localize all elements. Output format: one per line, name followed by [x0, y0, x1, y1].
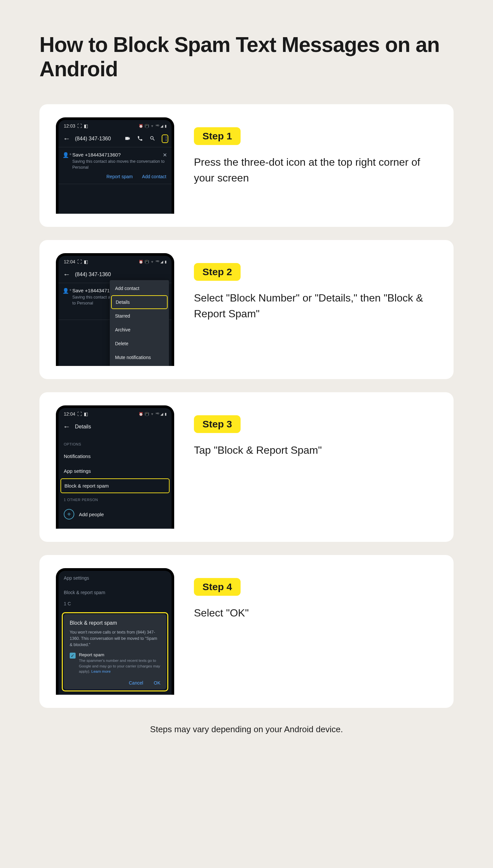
contact-label[interactable]: (844) 347-1360 [75, 272, 168, 277]
wifi-icon: ᯤ [151, 412, 154, 416]
step-badge: Step 4 [194, 578, 241, 596]
person-add-icon: 👤⁺ [62, 288, 72, 294]
app-bar: ← Details [59, 419, 172, 435]
ok-button[interactable]: OK [154, 680, 160, 685]
menu-item-details[interactable]: Details [111, 295, 168, 309]
dialog-body: You won't receive calls or texts from (8… [70, 629, 160, 648]
step-description: Select "Block Number" or "Details," then… [194, 290, 437, 321]
signal-icon: ◢ [160, 124, 163, 128]
step-badge: Step 2 [194, 263, 241, 281]
banner-title: Save +18443471360? [72, 152, 166, 157]
row-app-settings[interactable]: App settings [59, 464, 172, 479]
overflow-menu: Add contact Details Starred Archive Dele… [110, 280, 169, 366]
menu-item-archive[interactable]: Archive [110, 323, 169, 337]
phone-mock-3: 12:04⛶◧ ⏰📳ᯤᴴᴰ◢▮ ← Details OPTIONS Notifi… [56, 405, 174, 529]
status-bar: 12:04⛶◧ ⏰📳ᯤᴴᴰ◢▮ [59, 408, 172, 419]
contact-label[interactable]: (844) 347-1360 [75, 136, 120, 142]
step-badge: Step 1 [194, 127, 241, 145]
checkbox-label: Report spam [79, 652, 160, 657]
camera-icon: ⛶ [77, 123, 82, 129]
status-bar: 12:03⛶◧ ⏰📳ᯤᴴᴰ◢▮ [59, 120, 172, 130]
search-icon[interactable] [149, 135, 156, 142]
add-contact-link[interactable]: Add contact [142, 174, 166, 179]
alarm-icon: ⏰ [139, 260, 143, 264]
misc-icon: ◧ [84, 411, 88, 417]
camera-icon: ⛶ [77, 411, 82, 417]
app-bar: ← (844) 347-1360 ⋮ [59, 130, 172, 147]
row-other: 1 C [59, 600, 172, 611]
camera-icon: ⛶ [77, 259, 82, 264]
add-people-label: Add people [79, 512, 104, 517]
step-card-3: 12:04⛶◧ ⏰📳ᯤᴴᴰ◢▮ ← Details OPTIONS Notifi… [39, 392, 454, 542]
report-spam-link[interactable]: Report spam [106, 174, 133, 179]
other-person-label: 1 OTHER PERSON [59, 493, 172, 504]
checkbox-sublabel: The spammer's number and recent texts go… [79, 658, 160, 674]
video-icon[interactable] [124, 135, 131, 142]
alarm-icon: ⏰ [139, 412, 143, 416]
row-add-people[interactable]: + Add people [59, 504, 172, 524]
battery-icon: ▮ [165, 124, 167, 128]
footnote: Steps may vary depending on your Android… [39, 724, 454, 735]
step-description: Press the three-dot icon at the top righ… [194, 154, 437, 186]
menu-item-add-contact[interactable]: Add contact [110, 281, 169, 295]
network-icon: ᴴᴰ [156, 260, 159, 264]
plus-icon: + [64, 509, 74, 520]
three-dot-icon[interactable]: ⋮ [162, 134, 168, 143]
step-badge: Step 3 [194, 415, 241, 433]
row-block-report[interactable]: Block & report spam [61, 479, 170, 493]
status-bar: 12:04⛶◧ ⏰📳ᯤᴴᴰ◢▮ [59, 256, 172, 266]
menu-item-delete[interactable]: Delete [110, 337, 169, 351]
signal-icon: ◢ [160, 412, 163, 416]
banner-subtitle: Saving this contact also moves the conve… [72, 159, 166, 170]
clock-label: 12:03 [64, 123, 75, 129]
step-card-2: 12:04⛶◧ ⏰📳ᯤᴴᴰ◢▮ ← (844) 347-1360 👤⁺ Save… [39, 240, 454, 379]
cancel-button[interactable]: Cancel [129, 680, 143, 685]
person-add-icon: 👤⁺ [62, 152, 72, 158]
back-icon[interactable]: ← [63, 423, 70, 431]
row-notifications[interactable]: Notifications [59, 449, 172, 464]
menu-item-mute[interactable]: Mute notifications [110, 351, 169, 364]
row-block-report[interactable]: Block & report spam [59, 585, 172, 600]
step-card-4: App settings Block & report spam 1 C Blo… [39, 555, 454, 708]
block-dialog: Block & report spam You won't receive ca… [64, 614, 166, 690]
vibrate-icon: 📳 [145, 124, 149, 128]
checkbox-report-spam[interactable]: ✓ [70, 653, 76, 659]
misc-icon: ◧ [84, 123, 88, 129]
row-app-settings[interactable]: App settings [59, 571, 172, 585]
phone-mock-2: 12:04⛶◧ ⏰📳ᯤᴴᴰ◢▮ ← (844) 347-1360 👤⁺ Save… [56, 253, 174, 366]
vibrate-icon: 📳 [145, 412, 149, 416]
network-icon: ᴴᴰ [156, 124, 159, 128]
misc-icon: ◧ [84, 259, 88, 264]
step-card-1: 12:03⛶◧ ⏰📳ᯤᴴᴰ◢▮ ← (844) 347-1360 ⋮ 👤⁺ Sa… [39, 104, 454, 227]
close-icon[interactable]: ✕ [163, 152, 167, 158]
battery-icon: ▮ [165, 260, 167, 264]
step-description: Tap "Block & Report Spam" [194, 442, 437, 458]
network-icon: ᴴᴰ [156, 412, 159, 416]
dialog-title: Block & report spam [70, 620, 160, 626]
learn-more-link[interactable]: Learn more [91, 670, 111, 673]
phone-mock-1: 12:03⛶◧ ⏰📳ᯤᴴᴰ◢▮ ← (844) 347-1360 ⋮ 👤⁺ Sa… [56, 118, 174, 214]
phone-icon[interactable] [137, 135, 143, 142]
wifi-icon: ᯤ [151, 260, 154, 264]
menu-item-subject[interactable]: Show subject field [110, 364, 169, 366]
back-icon[interactable]: ← [63, 134, 70, 143]
dialog-highlight: Block & report spam You won't receive ca… [62, 612, 168, 692]
wifi-icon: ᯤ [151, 124, 154, 128]
vibrate-icon: 📳 [145, 260, 149, 264]
alarm-icon: ⏰ [139, 124, 143, 128]
battery-icon: ▮ [165, 412, 167, 416]
back-icon[interactable]: ← [63, 270, 70, 279]
options-label: OPTIONS [59, 438, 172, 449]
page-title: How to Block Spam Text Messages on an An… [39, 33, 454, 81]
phone-mock-4: App settings Block & report spam 1 C Blo… [56, 568, 174, 695]
save-contact-banner: 👤⁺ Save +18443471360? ✕ Saving this cont… [59, 147, 172, 184]
signal-icon: ◢ [160, 260, 163, 264]
clock-label: 12:04 [64, 259, 75, 264]
menu-item-starred[interactable]: Starred [110, 309, 169, 323]
clock-label: 12:04 [64, 411, 75, 417]
details-header: Details [75, 424, 168, 430]
step-description: Select "OK" [194, 605, 437, 621]
